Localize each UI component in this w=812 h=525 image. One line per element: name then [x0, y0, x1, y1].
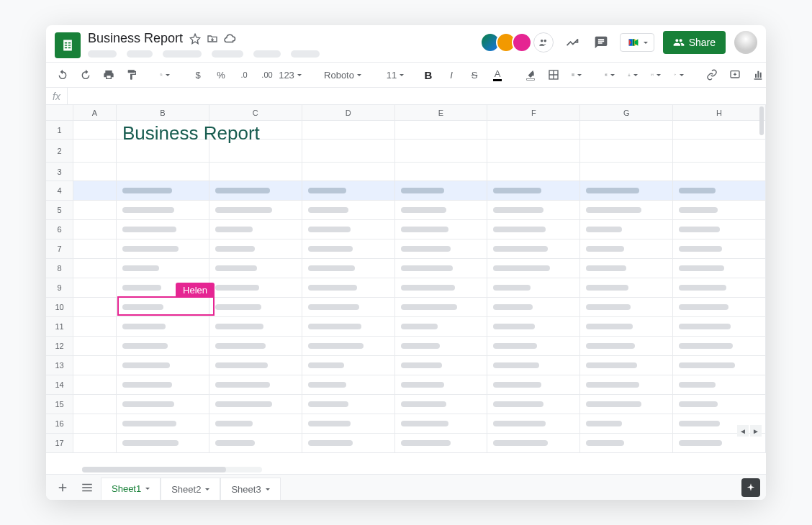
cell[interactable] — [673, 395, 766, 414]
add-sheet-button[interactable] — [52, 477, 73, 498]
account-avatar[interactable] — [734, 31, 757, 54]
fill-color-button[interactable] — [521, 65, 540, 84]
redo-button[interactable] — [76, 65, 95, 84]
cell[interactable] — [395, 140, 488, 162]
cell[interactable] — [73, 121, 117, 139]
cell[interactable] — [580, 259, 673, 278]
cell[interactable] — [395, 121, 488, 139]
cell[interactable] — [73, 317, 117, 336]
cell[interactable] — [673, 163, 766, 181]
column-header[interactable]: H — [673, 105, 766, 120]
move-icon[interactable] — [206, 32, 219, 45]
row-header[interactable]: 13 — [46, 356, 73, 375]
cell[interactable] — [302, 337, 395, 355]
sheet-tab[interactable]: Sheet2 — [161, 478, 220, 501]
cell[interactable] — [580, 220, 673, 239]
cell[interactable] — [395, 181, 488, 200]
cell[interactable] — [73, 220, 117, 239]
row-header[interactable]: 4 — [46, 181, 73, 200]
cell[interactable] — [73, 356, 117, 375]
decrease-decimal-button[interactable]: .0 — [235, 65, 253, 84]
row-header[interactable]: 3 — [46, 163, 73, 181]
borders-button[interactable] — [544, 65, 563, 84]
cell[interactable] — [302, 201, 395, 219]
all-sheets-button[interactable] — [76, 477, 98, 498]
cell[interactable] — [395, 337, 488, 355]
cell[interactable] — [673, 375, 766, 394]
horizontal-align-button[interactable] — [600, 65, 619, 84]
cell[interactable] — [487, 201, 580, 219]
cell[interactable] — [302, 395, 395, 414]
row-header[interactable]: 5 — [46, 201, 73, 219]
cell[interactable] — [673, 181, 766, 200]
row-header[interactable]: 2 — [46, 140, 73, 162]
cell[interactable] — [302, 356, 395, 375]
cell[interactable] — [673, 298, 766, 316]
column-header[interactable]: E — [395, 105, 488, 120]
cell[interactable] — [673, 278, 766, 297]
cell[interactable] — [673, 259, 766, 278]
cell[interactable] — [209, 259, 302, 278]
row-header[interactable]: 7 — [46, 239, 73, 258]
strikethrough-button[interactable]: S — [465, 65, 484, 84]
cell[interactable] — [302, 239, 395, 258]
cell[interactable] — [395, 298, 488, 316]
collaborator-avatars[interactable] — [480, 32, 554, 52]
cell[interactable] — [117, 278, 209, 297]
row-header[interactable]: 14 — [46, 375, 73, 394]
cell[interactable] — [673, 201, 766, 219]
cell[interactable] — [580, 163, 673, 181]
vertical-scrollbar[interactable] — [757, 105, 766, 465]
cell[interactable] — [580, 121, 673, 139]
cell[interactable] — [117, 298, 209, 316]
anonymous-avatar[interactable] — [533, 32, 554, 52]
cell[interactable] — [395, 259, 488, 278]
cell[interactable] — [487, 220, 580, 239]
column-header[interactable]: A — [73, 105, 117, 120]
cell[interactable] — [395, 395, 488, 414]
undo-button[interactable] — [53, 65, 72, 84]
row-header[interactable]: 17 — [46, 434, 73, 452]
column-header[interactable]: D — [302, 105, 395, 120]
column-header[interactable]: C — [209, 105, 302, 120]
increase-decimal-button[interactable]: .00 — [258, 65, 276, 84]
fx-label[interactable]: fx — [46, 88, 68, 104]
cell[interactable] — [73, 163, 117, 181]
cell[interactable] — [395, 201, 488, 219]
cell[interactable] — [117, 201, 209, 219]
comments-icon[interactable] — [591, 32, 611, 52]
cell[interactable] — [395, 278, 488, 297]
row-header[interactable]: 10 — [46, 298, 73, 316]
column-header[interactable]: G — [580, 105, 673, 120]
cell[interactable] — [487, 163, 580, 181]
cell[interactable] — [117, 239, 209, 258]
cell[interactable] — [117, 140, 209, 162]
cell[interactable] — [673, 356, 766, 375]
cell[interactable] — [209, 121, 302, 139]
cell[interactable] — [73, 414, 117, 433]
cell[interactable] — [487, 434, 580, 452]
currency-button[interactable]: $ — [189, 65, 207, 84]
cell[interactable] — [209, 375, 302, 394]
cell[interactable] — [117, 220, 209, 239]
sheet-tab[interactable]: Sheet3 — [220, 478, 280, 501]
history-icon[interactable] — [562, 32, 582, 52]
cell[interactable] — [73, 298, 117, 316]
merge-cells-button[interactable] — [567, 65, 586, 84]
cell[interactable] — [117, 395, 209, 414]
cell[interactable] — [73, 434, 117, 452]
cell[interactable] — [209, 278, 302, 297]
cell[interactable] — [395, 375, 488, 394]
cell[interactable] — [580, 356, 673, 375]
cell[interactable] — [117, 375, 209, 394]
insert-link-button[interactable] — [703, 65, 721, 84]
paint-format-button[interactable] — [122, 65, 141, 84]
cell[interactable] — [302, 434, 395, 452]
spreadsheet-grid[interactable]: A B C D E F G H 123456789101112131415161… — [46, 105, 766, 465]
cell[interactable] — [73, 181, 117, 200]
cell[interactable] — [487, 278, 580, 297]
cell[interactable] — [73, 201, 117, 219]
cell[interactable] — [73, 375, 117, 394]
cell[interactable] — [487, 259, 580, 278]
row-header[interactable]: 11 — [46, 317, 73, 336]
